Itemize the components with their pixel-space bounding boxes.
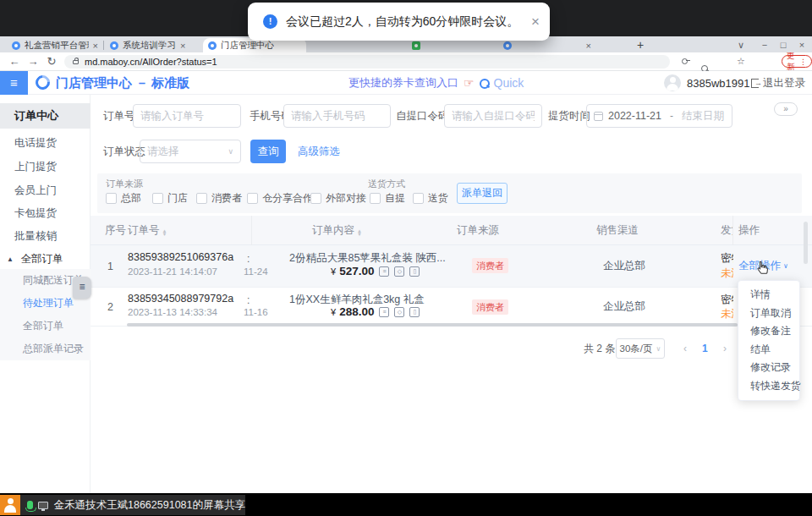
phone-icon[interactable]: ▯	[409, 266, 420, 277]
checkbox-label: 仓分享合作	[262, 191, 313, 206]
screen-share-indicator[interactable]: 金禾通技术王斌18662591081的屏幕共享	[0, 495, 245, 515]
current-page[interactable]: 1	[702, 338, 708, 359]
page-size-select[interactable]: 30条/页 ∨	[616, 338, 665, 359]
next-page-button[interactable]: ›	[723, 338, 727, 359]
package-icon[interactable]: ◇	[394, 307, 404, 317]
tab-close-icon[interactable]: ×	[93, 41, 98, 51]
pickup-code-label: 自提口令码	[396, 104, 449, 128]
sort-icon[interactable]: ▲▼	[357, 229, 362, 236]
order-no-input[interactable]	[133, 104, 241, 128]
checkbox-consumer[interactable]: 消费者	[196, 191, 242, 206]
delivery-method-label: 送货方式	[368, 178, 405, 190]
search-button[interactable]: 查询	[250, 140, 286, 163]
menu-dots-icon[interactable]: ⋮	[799, 58, 807, 66]
sidebar-item-card-pickup[interactable]: 卡包提货	[0, 201, 91, 225]
sidebar-item-batch-verify[interactable]: 批量核销	[0, 224, 91, 248]
checkbox-icon[interactable]	[247, 193, 258, 204]
logout-button[interactable]: 退出登录	[751, 71, 805, 95]
package-icon[interactable]: ◇	[394, 266, 404, 277]
bookmark-star-icon[interactable]: ☆	[737, 56, 745, 67]
horizontal-scrollbar[interactable]	[127, 323, 738, 327]
sidebar-item-phone-pickup[interactable]: 电话提货	[0, 131, 91, 155]
checkbox-icon[interactable]	[106, 193, 117, 204]
quick-label[interactable]: Quick	[494, 71, 524, 95]
checkbox-icon[interactable]	[196, 193, 207, 204]
checkbox-label: 消费者	[211, 191, 242, 206]
chrome-update-button[interactable]: 更新 ⋮	[782, 55, 812, 68]
browser-tab-1[interactable]: 礼盒营销平台管理中心 ×	[7, 38, 103, 52]
table-row[interactable]: 1 83859389251069376a 2023-11-21 14:14:07…	[91, 245, 812, 288]
dispatch-return-button[interactable]: 派单退回	[457, 183, 508, 204]
hamburger-menu-button[interactable]: ≡	[0, 71, 28, 95]
vertical-scrollbar[interactable]	[804, 222, 808, 264]
quick-entry[interactable]: 更快捷的券卡查询入口 ☞ Quick	[348, 71, 524, 95]
sidebar-collapse-handle[interactable]: ≡	[73, 277, 91, 299]
menu-item-cancel-order[interactable]: 订单取消	[738, 305, 799, 323]
receipt-icon[interactable]: ≡	[379, 307, 389, 317]
sidebar-item-hq-dispatch-log[interactable]: 总部派单记录	[0, 338, 91, 360]
menu-item-details[interactable]: 详情	[738, 286, 799, 305]
col-content[interactable]: 订单内容▲▼	[312, 216, 362, 245]
tab-close-icon[interactable]: ×	[180, 41, 185, 51]
ship-status-clipped: 未派	[721, 266, 733, 281]
toast-close-icon[interactable]: ×	[531, 14, 540, 29]
app-header: ≡ 门店管理中心 － 标准版 更快捷的券卡查询入口 ☞ Quick 8385wb…	[0, 71, 812, 95]
sidebar-item-door-pickup[interactable]: 上门提货	[0, 155, 91, 178]
tab-search-icon[interactable]: ∨	[732, 38, 749, 52]
pickup-code-input[interactable]	[444, 104, 542, 128]
back-icon[interactable]: ←	[7, 55, 22, 69]
browser-tab-2[interactable]: 系统培训学习 ×	[105, 38, 201, 52]
menu-item-edit-remark[interactable]: 修改备注	[738, 322, 799, 341]
col-order-no[interactable]: 订单号▲▼	[128, 216, 167, 245]
phone-icon[interactable]: ▯	[409, 307, 420, 317]
quick-entry-text[interactable]: 更快捷的券卡查询入口	[348, 71, 458, 95]
menu-item-close-order[interactable]: 结单	[738, 341, 799, 360]
tab-close-icon[interactable]: ×	[586, 41, 591, 51]
sort-icon[interactable]: ▲▼	[162, 229, 167, 236]
price-value: 288.00	[339, 305, 374, 318]
prev-page-button[interactable]: ‹	[683, 338, 687, 359]
checkbox-self-pickup[interactable]: 自提	[370, 191, 405, 206]
row-index: 2	[107, 288, 113, 326]
advanced-filter-link[interactable]: 高级筛选	[298, 140, 340, 163]
checkbox-icon[interactable]	[370, 193, 381, 204]
checkbox-icon[interactable]	[413, 193, 424, 204]
checkbox-store[interactable]: 门店	[152, 191, 188, 206]
menu-item-express-ship[interactable]: 转快递发货	[738, 377, 799, 396]
toast-message: 会议已超过2人，自动转为60分钟限时会议。	[286, 14, 518, 30]
action-dropdown-menu: 详情 订单取消 修改备注 结单 修改记录 转快递发货	[738, 280, 800, 401]
col-source: 订单来源	[457, 216, 499, 245]
checkbox-icon[interactable]	[152, 193, 163, 204]
window-minimize-button[interactable]: −	[756, 38, 773, 52]
checkbox-external[interactable]: 外部对接	[310, 191, 366, 206]
main-content: 订单号 手机号码 自提口令码 提货时间 2022-11-21 - 结束日期 » …	[91, 95, 812, 493]
checkbox-warehouse-share[interactable]: 仓分享合作	[247, 191, 313, 206]
table-row[interactable]: 2 83859345088979792a 2023-11-13 14:33:34…	[91, 288, 812, 327]
expand-filters-button[interactable]: »	[774, 102, 798, 116]
info-icon: !	[263, 14, 277, 29]
phone-input[interactable]	[283, 104, 391, 128]
order-status-select[interactable]: 请选择 ∨	[140, 140, 241, 163]
logout-label: 退出登录	[763, 76, 805, 91]
receipt-icon[interactable]: ≡	[379, 266, 389, 277]
update-label: 更新	[787, 51, 797, 73]
quick-search-icon[interactable]	[480, 79, 489, 88]
checkbox-hq[interactable]: 总部	[106, 191, 141, 206]
new-tab-button[interactable]: +	[633, 38, 648, 52]
url-field[interactable]: md.maboy.cn/AllOrder?status=1	[64, 55, 670, 69]
sidebar-group-all-orders[interactable]: ▲ 全部订单	[0, 248, 91, 271]
screen-share-icon	[38, 502, 48, 509]
clipped-date-fragment: 11-24	[244, 266, 268, 277]
checkbox-delivery[interactable]: 送货	[413, 191, 448, 206]
menu-item-edit-history[interactable]: 修改记录	[738, 359, 799, 377]
sidebar-item-member-visit[interactable]: 会员上门	[0, 178, 91, 202]
source-badge: 消费者	[472, 299, 508, 315]
sidebar-item-all-orders[interactable]: 全部订单	[0, 315, 91, 338]
reload-icon[interactable]: ↻	[44, 55, 59, 69]
user-info[interactable]: 8385wb1991	[664, 71, 749, 95]
forward-icon[interactable]: →	[25, 55, 41, 69]
date-range-picker[interactable]: 2022-11-21 - 结束日期	[586, 104, 732, 128]
checkbox-icon[interactable]	[310, 193, 321, 204]
password-key-icon[interactable]	[682, 57, 690, 65]
tab-title: 礼盒营销平台管理中心	[25, 40, 89, 52]
